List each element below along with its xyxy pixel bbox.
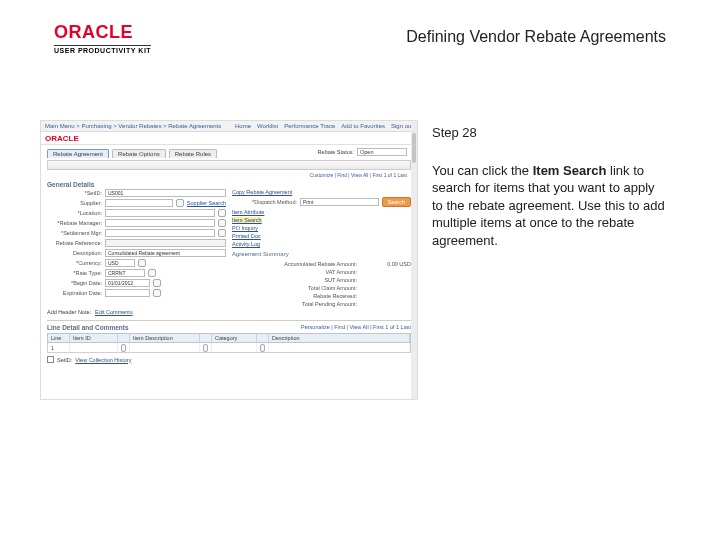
nav-perf[interactable]: Performance Trace (284, 123, 335, 129)
supplier-search-link[interactable]: Supplier Search (187, 200, 226, 206)
rebate-ref-field (105, 239, 226, 247)
search-button[interactable]: Search (382, 197, 411, 207)
app-header: Main Menu > Purchasing > Vendor Rebates … (41, 121, 417, 132)
edit-comments-link[interactable]: Edit Comments (95, 309, 133, 315)
calendar-icon[interactable] (153, 289, 161, 297)
lookup-icon[interactable] (176, 199, 184, 207)
lookup-icon[interactable] (260, 344, 265, 352)
lookup-icon[interactable] (203, 344, 208, 352)
history-link[interactable]: View Collection History (75, 357, 131, 363)
toolbar-placeholder[interactable] (47, 160, 411, 170)
header-note-label: Add Header Note: (47, 309, 91, 315)
divider (47, 320, 411, 321)
item-id-input[interactable] (73, 344, 114, 351)
left-column: *SetID:US001 Supplier:Supplier Search *L… (47, 189, 226, 307)
calendar-icon[interactable] (153, 279, 161, 287)
location-field[interactable] (105, 209, 215, 217)
table-row[interactable]: 1 (47, 343, 411, 353)
desc-input[interactable] (272, 344, 406, 351)
po-inquiry-link[interactable]: PO Inquiry (232, 225, 258, 231)
supplier-field[interactable] (105, 199, 173, 207)
app-screenshot: Main Menu > Purchasing > Vendor Rebates … (40, 120, 418, 400)
status-select[interactable]: Open (357, 148, 407, 156)
printed-doc-link[interactable]: Printed Doc (232, 233, 261, 239)
checkbox[interactable] (47, 356, 54, 363)
section-general-details: General Details (47, 181, 411, 188)
item-attribute-link[interactable]: Item Attribute (232, 209, 264, 215)
toolbar-strip (47, 160, 411, 170)
currency-field[interactable]: USD (105, 259, 135, 267)
breadcrumb[interactable]: Main Menu > Purchasing > Vendor Rebates … (45, 123, 221, 129)
lookup-icon[interactable] (218, 219, 226, 227)
grid-pager[interactable]: Personalize | Find | View All | First 1 … (301, 324, 411, 331)
brand-subtitle: USER PRODUCTIVITY KIT (54, 45, 151, 54)
oracle-logo: ORACLE (54, 22, 133, 43)
page-title: Defining Vendor Rebate Agreements (406, 28, 666, 46)
instruction-panel: Step 28 You can click the Item Search li… (432, 124, 668, 249)
setid-field[interactable]: US001 (105, 189, 226, 197)
lookup-icon[interactable] (138, 259, 146, 267)
nav-worklist[interactable]: Worklist (257, 123, 278, 129)
description-field[interactable]: Consolidated Rebate agreement (105, 249, 226, 257)
nav-home[interactable]: Home (235, 123, 251, 129)
lookup-icon[interactable] (218, 229, 226, 237)
begin-date-field[interactable]: 01/01/2012 (105, 279, 150, 287)
emphasis: Item Search (533, 163, 607, 178)
agreement-summary-title: Agreement Summary (232, 249, 411, 259)
page-tabs: Rebate Agreement Rebate Options Rebate R… (41, 145, 223, 158)
status-label: Rebate Status: (318, 149, 354, 155)
expiration-date-field[interactable] (105, 289, 150, 297)
header-nav: Home Worklist Performance Trace Add to F… (235, 123, 413, 129)
category-input[interactable] (215, 344, 253, 351)
lookup-icon[interactable] (121, 344, 126, 352)
app-logo: ORACLE (41, 132, 417, 145)
tab-rebate-options[interactable]: Rebate Options (112, 149, 166, 158)
copy-agreement-link[interactable]: Copy Rebate Agreement (232, 189, 292, 195)
brand-block: ORACLE USER PRODUCTIVITY KIT (54, 22, 151, 54)
grid-title: Line Detail and Comments (47, 324, 129, 331)
dispatch-method-select[interactable]: Print (300, 198, 379, 206)
instruction-text: You can click the Item Search link to se… (432, 162, 668, 250)
lookup-icon[interactable] (148, 269, 156, 277)
scrollbar[interactable] (411, 121, 417, 399)
nav-fav[interactable]: Add to Favorites (341, 123, 385, 129)
grid-header: Line Item ID Item Description Category D… (47, 333, 411, 343)
settlement-mgr-field[interactable] (105, 229, 215, 237)
right-column: Copy Rebate Agreement *Dispatch Method:P… (232, 189, 411, 307)
tab-rebate-agreement[interactable]: Rebate Agreement (47, 149, 109, 158)
item-desc-input[interactable] (133, 344, 196, 351)
activity-log-link[interactable]: Activity Log (232, 241, 260, 247)
footer-search-row: SetID: View Collection History (47, 356, 411, 363)
nav-signout[interactable]: Sign out (391, 123, 413, 129)
tab-rebate-rules[interactable]: Rebate Rules (169, 149, 217, 158)
rebate-mgr-field[interactable] (105, 219, 215, 227)
lookup-icon[interactable] (218, 209, 226, 217)
grid-personalize[interactable]: Customize | Find | View All | First 1 of… (41, 172, 417, 178)
item-search-link[interactable]: Item Search (232, 217, 262, 223)
accum-amt: 0.00 USD (361, 261, 411, 267)
rate-type-field[interactable]: CRRNT (105, 269, 145, 277)
step-label: Step 28 (432, 124, 668, 142)
